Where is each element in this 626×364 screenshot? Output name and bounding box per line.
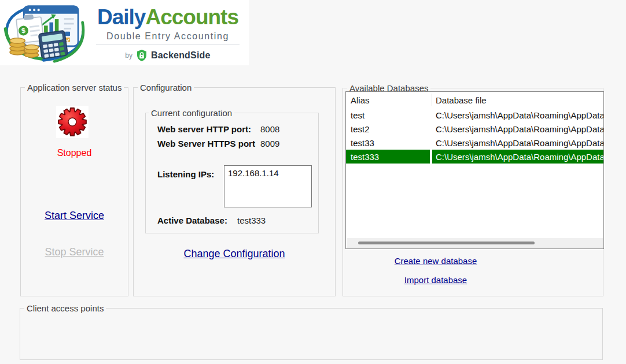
group-configuration: Configuration Current configuration Web … [133,87,336,296]
app-logo-block: $ [0,0,249,65]
change-configuration-link[interactable]: Change Configuration [134,248,335,260]
group-client-access-points: Client access points [20,308,603,360]
active-database-value: test333 [237,216,266,225]
stop-service-link[interactable]: Stop Service [21,246,128,258]
group-current-configuration: Current configuration Web server HTTP po… [145,113,319,233]
service-status-gear-tile [56,106,89,138]
active-database-label: Active Database: [157,216,227,225]
group-application-server-status: Application server status Stopped Start … [20,87,128,296]
http-port-label: Web server HTTP port: [157,124,251,134]
gear-icon [57,107,87,137]
group-label-current-configuration: Current configuration [149,108,234,118]
app-logo-illustration: $ [1,1,88,65]
https-port-value: 8009 [260,139,279,148]
app-title-part2: Accounts [145,5,238,29]
app-title: DailyAccounts [88,6,248,29]
listening-ips-input[interactable]: 192.168.1.14 [224,165,312,207]
create-new-database-link[interactable]: Create new database [343,256,528,266]
subtitle-divider [96,44,240,45]
app-subtitle: Double Entry Accounting [88,31,248,42]
app-title-part1: Daily [97,5,145,29]
group-label-server-status: Application server status [25,83,124,92]
byline: by BackendSide [88,49,248,62]
group-label-client-access-points: Client access points [24,303,106,313]
service-status-text: Stopped [21,148,128,158]
start-service-link[interactable]: Start Service [21,210,128,222]
byline-name: BackendSide [151,50,211,61]
byline-prefix: by [125,51,132,60]
shield-lock-icon [136,49,148,62]
http-port-value: 8008 [260,124,279,134]
group-label-configuration: Configuration [138,83,194,92]
group-available-databases: Available Databases Alias Database file … [343,88,603,296]
import-database-link[interactable]: Import database [343,275,528,285]
main-window: $ [0,0,626,364]
https-port-label: Web Server HTTPS port [157,139,255,148]
listening-ips-label: Listening IPs: [157,169,214,179]
database-links: Create new database Import database [343,88,528,296]
brand-text: DailyAccounts Double Entry Accounting by… [88,6,248,62]
